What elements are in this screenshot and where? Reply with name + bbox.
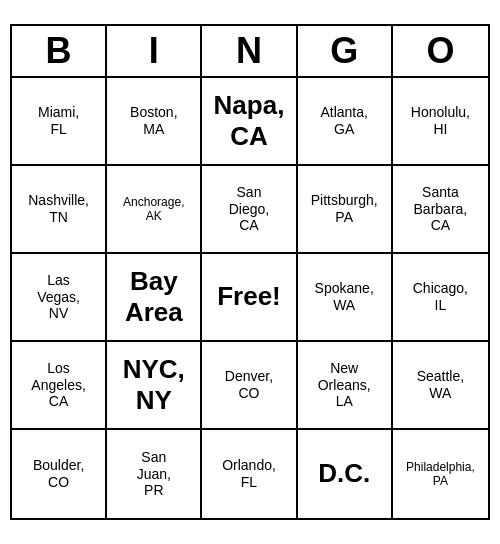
bingo-cell: Spokane, WA [298,254,393,342]
bingo-cell: Bay Area [107,254,202,342]
bingo-cell: Las Vegas, NV [12,254,107,342]
bingo-cell: Pittsburgh, PA [298,166,393,254]
bingo-cell: D.C. [298,430,393,518]
bingo-cell: Philadelphia, PA [393,430,488,518]
bingo-cell: Orlando, FL [202,430,297,518]
bingo-cell: Denver, CO [202,342,297,430]
bingo-cell: San Diego, CA [202,166,297,254]
bingo-grid: Miami, FLBoston, MANapa, CAAtlanta, GAHo… [12,78,488,518]
header-letter: G [298,26,393,76]
bingo-header: BINGO [12,26,488,78]
bingo-cell: Seattle, WA [393,342,488,430]
bingo-cell: Nashville, TN [12,166,107,254]
bingo-cell: Atlanta, GA [298,78,393,166]
bingo-cell: New Orleans, LA [298,342,393,430]
bingo-cell: NYC, NY [107,342,202,430]
bingo-card: BINGO Miami, FLBoston, MANapa, CAAtlanta… [10,24,490,520]
bingo-cell: Honolulu, HI [393,78,488,166]
header-letter: O [393,26,488,76]
bingo-cell: Miami, FL [12,78,107,166]
bingo-cell: San Juan, PR [107,430,202,518]
bingo-cell: Napa, CA [202,78,297,166]
bingo-cell: Chicago, IL [393,254,488,342]
bingo-cell: Anchorage, AK [107,166,202,254]
bingo-cell: Los Angeles, CA [12,342,107,430]
header-letter: N [202,26,297,76]
bingo-cell: Santa Barbara, CA [393,166,488,254]
bingo-cell: Boulder, CO [12,430,107,518]
bingo-cell: Free! [202,254,297,342]
header-letter: B [12,26,107,76]
bingo-cell: Boston, MA [107,78,202,166]
header-letter: I [107,26,202,76]
